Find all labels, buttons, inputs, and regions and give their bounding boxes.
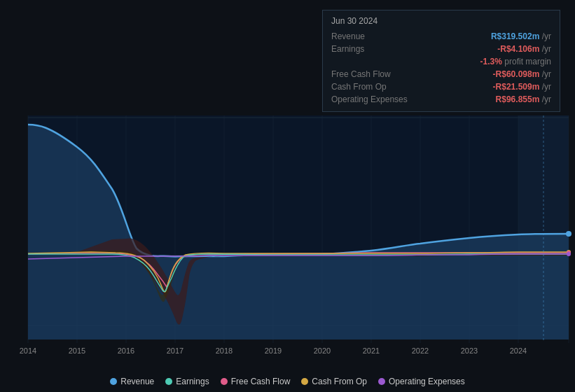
svg-text:2021: 2021 — [363, 346, 380, 355]
svg-text:2019: 2019 — [265, 346, 282, 355]
svg-text:2024: 2024 — [510, 346, 527, 355]
svg-text:2017: 2017 — [167, 346, 183, 355]
legend-dot-opex — [378, 378, 385, 385]
tooltip-label-cashfromop: Cash From Op — [331, 82, 387, 92]
tooltip-label-revenue: Revenue — [331, 31, 365, 41]
tooltip-value-fcf: -R$60.098m /yr — [493, 69, 551, 79]
legend-item-fcf[interactable]: Free Cash Flow — [221, 377, 291, 386]
svg-point-18 — [566, 231, 571, 237]
tooltip-row-cashfromop: Cash From Op -R$21.509m /yr — [331, 80, 551, 93]
svg-text:2016: 2016 — [118, 346, 134, 355]
legend-label-cashfromop: Cash From Op — [312, 377, 367, 386]
legend-dot-fcf — [221, 378, 228, 385]
tooltip-label-opex: Operating Expenses — [331, 94, 408, 104]
legend-item-earnings[interactable]: Earnings — [165, 377, 209, 386]
legend-dot-revenue — [110, 378, 117, 385]
legend-dot-earnings — [165, 378, 172, 385]
tooltip-row-profit-margin: -1.3% profit margin — [331, 55, 551, 68]
legend-label-opex: Operating Expenses — [389, 377, 465, 386]
tooltip-value-revenue: R$319.502m /yr — [491, 31, 551, 41]
legend-item-cashfromop[interactable]: Cash From Op — [301, 377, 367, 386]
tooltip-value-earnings: -R$4.106m /yr — [497, 44, 551, 54]
legend-item-opex[interactable]: Operating Expenses — [378, 377, 465, 386]
tooltip-row-opex: Operating Expenses R$96.855m /yr — [331, 93, 551, 106]
tooltip-value-opex: R$96.855m /yr — [496, 94, 551, 104]
tooltip-row-earnings: Earnings -R$4.106m /yr — [331, 43, 551, 55]
tooltip-row-fcf: Free Cash Flow -R$60.098m /yr — [331, 68, 551, 80]
legend-label-fcf: Free Cash Flow — [231, 377, 291, 386]
svg-text:2020: 2020 — [314, 346, 331, 355]
svg-point-22 — [567, 252, 571, 256]
legend-label-revenue: Revenue — [120, 377, 154, 386]
legend-item-revenue[interactable]: Revenue — [110, 377, 154, 386]
svg-text:2015: 2015 — [69, 346, 85, 355]
chart-legend: Revenue Earnings Free Cash Flow Cash Fro… — [0, 377, 575, 386]
svg-text:2023: 2023 — [461, 346, 478, 355]
svg-text:2018: 2018 — [216, 346, 233, 355]
tooltip-row-revenue: Revenue R$319.502m /yr — [331, 30, 551, 43]
tooltip-date: Jun 30 2024 — [331, 16, 551, 26]
tooltip-value-profit-margin: -1.3% profit margin — [480, 57, 551, 66]
svg-text:2014: 2014 — [20, 346, 36, 355]
tooltip-panel: Jun 30 2024 Revenue R$319.502m /yr Earni… — [322, 10, 560, 112]
tooltip-label-earnings: Earnings — [331, 44, 364, 54]
svg-text:2022: 2022 — [412, 346, 429, 355]
legend-dot-cashfromop — [301, 378, 308, 385]
tooltip-value-cashfromop: -R$21.509m /yr — [493, 82, 551, 92]
tooltip-label-fcf: Free Cash Flow — [331, 69, 391, 79]
legend-label-earnings: Earnings — [176, 377, 209, 386]
